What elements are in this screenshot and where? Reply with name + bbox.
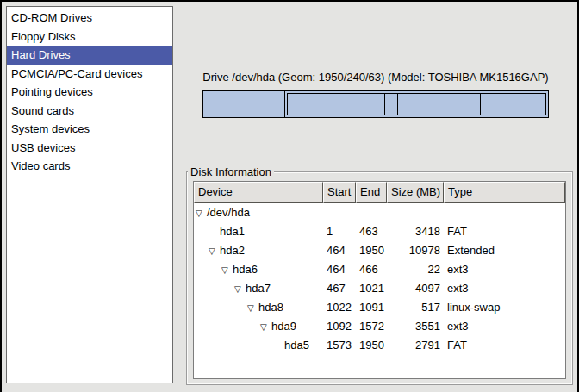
device-cell: ▽hda7 [194,279,323,298]
column-header-type[interactable]: Type [444,182,565,203]
partition-segment-hda9 [397,94,480,115]
drive-title: Drive /dev/hda (Geom: 1950/240/63) (Mode… [202,71,549,84]
end-cell: 1091 [356,298,387,317]
end-cell: 1572 [356,317,387,336]
table-row-dev-hda[interactable]: ▽/dev/hda [194,203,565,222]
start-cell: 467 [323,279,356,298]
drive-partition-bar [202,90,549,118]
logical-partitions-box [287,93,546,115]
column-header-size[interactable]: Size (MB) [387,182,444,203]
device-cell: ▽hda2 [194,241,323,260]
table-row-hda7[interactable]: ▽hda746710214097ext3 [194,279,565,298]
device-cell: hda1 [194,222,323,241]
sidebar-item-system-devices[interactable]: System devices [7,120,172,139]
end-cell [356,203,387,222]
end-cell: 466 [356,260,387,279]
column-header-device[interactable]: Device [194,182,323,203]
end-cell: 463 [356,222,387,241]
sidebar-item-usb-devices[interactable]: USB devices [7,139,172,158]
device-name: hda1 [220,225,245,238]
sidebar-item-sound-cards[interactable]: Sound cards [7,102,172,121]
type-cell: Extended [444,241,565,260]
sidebar-list[interactable]: CD-ROM DrivesFloppy DisksHard DrivesPCMC… [6,6,173,383]
size-cell: 4097 [387,279,444,298]
device-name: /dev/hda [207,206,250,219]
disk-information-frame-label: Disk Information [188,165,274,178]
sidebar-item-hard-drives[interactable]: Hard Drives [7,46,172,65]
device-cell: ▽hda9 [194,317,323,336]
size-cell: 22 [387,260,444,279]
table-row-hda1[interactable]: hda114633418FAT [194,222,565,241]
expander-icon[interactable]: ▽ [234,280,246,298]
device-name: hda5 [284,339,309,352]
end-cell: 1021 [356,279,387,298]
column-header-end[interactable]: End [356,182,387,203]
table-row-hda9[interactable]: ▽hda9109215723551ext3 [194,317,565,336]
type-cell: linux-swap [444,298,565,317]
end-cell: 1950 [356,241,387,260]
partition-segment-hda5 [480,94,545,115]
partition-segment-hda8 [384,94,397,115]
sidebar-item-pointing-devices[interactable]: Pointing devices [7,83,172,102]
size-cell: 3551 [387,317,444,336]
start-cell: 1 [323,222,356,241]
device-cell: ▽hda6 [194,260,323,279]
device-name: hda6 [233,263,258,276]
device-cell: hda5 [194,336,323,355]
type-cell: ext3 [444,260,565,279]
expander-icon[interactable]: ▽ [221,261,233,279]
expander-icon[interactable]: ▽ [247,299,258,317]
sidebar-item-pcmcia-pc-card-devices[interactable]: PCMCIA/PC-Card devices [7,65,172,84]
size-cell: 2791 [387,336,444,355]
table-row-hda5[interactable]: hda5157319502791FAT [194,336,565,355]
sidebar-item-video-cards[interactable]: Video cards [7,157,172,176]
device-cell: ▽hda8 [194,298,323,317]
device-name: hda8 [258,301,283,314]
size-cell: 517 [387,298,444,317]
type-cell: FAT [444,336,565,355]
size-cell [387,203,444,222]
start-cell: 464 [323,241,356,260]
table-body: ▽/dev/hdahda114633418FAT▽hda246419501097… [194,203,565,355]
type-cell: FAT [444,222,565,241]
partition-segment-hda1 [203,91,285,117]
device-cell: ▽/dev/hda [194,203,323,222]
partition-segment-hda7 [289,94,384,115]
hardware-browser-window: CD-ROM DrivesFloppy DisksHard DrivesPCMC… [0,0,579,392]
end-cell: 1950 [356,336,387,355]
start-cell: 1022 [323,298,356,317]
table-row-hda2[interactable]: ▽hda2464195010978Extended [194,241,565,260]
start-cell [323,203,356,222]
table-header-row: Device Start End Size (MB) Type [194,182,565,203]
expander-icon[interactable]: ▽ [209,242,220,260]
table-row-hda8[interactable]: ▽hda810221091517linux-swap [194,298,565,317]
partition-segment-hda2 [285,91,548,117]
disk-information-table: Device Start End Size (MB) Type ▽/dev/hd… [193,181,566,379]
type-cell: ext3 [444,317,565,336]
device-name: hda7 [246,282,271,295]
size-cell: 3418 [387,222,444,241]
expander-icon[interactable]: ▽ [196,204,207,222]
device-name: hda9 [271,320,296,333]
device-name: hda2 [220,244,245,257]
start-cell: 464 [323,260,356,279]
sidebar-item-floppy-disks[interactable]: Floppy Disks [7,28,172,47]
table-row-hda6[interactable]: ▽hda646446622ext3 [194,260,565,279]
type-cell [444,203,565,222]
start-cell: 1573 [323,336,356,355]
expander-icon[interactable]: ▽ [260,318,271,336]
start-cell: 1092 [323,317,356,336]
type-cell: ext3 [444,279,565,298]
column-header-start[interactable]: Start [323,182,356,203]
size-cell: 10978 [387,241,444,260]
sidebar-item-cd-rom-drives[interactable]: CD-ROM Drives [7,9,172,28]
